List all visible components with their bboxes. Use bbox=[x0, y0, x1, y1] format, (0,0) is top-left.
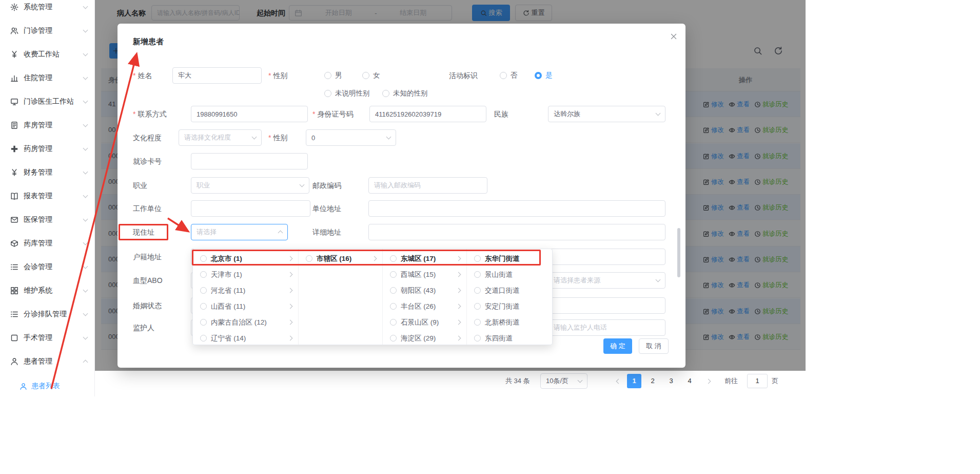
dialog-scrollbar[interactable] bbox=[677, 228, 680, 277]
radio-icon bbox=[200, 335, 207, 342]
yen-icon bbox=[10, 168, 18, 177]
cascader-option[interactable]: 市辖区 (16) bbox=[299, 251, 382, 267]
chevron-right-icon bbox=[288, 304, 293, 309]
sidebar-item-10[interactable]: 药库管理 bbox=[0, 232, 94, 255]
sidebar-item-13[interactable]: 分诊排队管理 bbox=[0, 302, 94, 326]
page-button-2[interactable]: 2 bbox=[645, 374, 660, 388]
id-number-input[interactable]: 411625192602039719 bbox=[369, 106, 486, 122]
ethnicity-select[interactable]: 达斡尔族 bbox=[548, 106, 665, 122]
cascader-option[interactable]: 内蒙古自治区 (12) bbox=[193, 314, 298, 330]
page-button-4[interactable]: 4 bbox=[682, 374, 697, 388]
sidebar-item-0[interactable]: 系统管理 bbox=[0, 0, 94, 19]
cascader-option[interactable]: 丰台区 (26) bbox=[383, 298, 466, 314]
postal-code-label: 邮政编码 bbox=[312, 177, 341, 194]
unit-address-input[interactable] bbox=[368, 200, 665, 217]
page-button-3[interactable]: 3 bbox=[664, 374, 678, 388]
chevron-right-icon bbox=[288, 288, 293, 293]
name-label: *姓名 bbox=[133, 67, 152, 84]
sidebar-item-4[interactable]: 门诊医生工作站 bbox=[0, 90, 94, 113]
chevron-down-icon bbox=[83, 264, 88, 269]
gender-male-radio[interactable]: 男 bbox=[324, 67, 342, 84]
cascader-option[interactable]: 山西省 (11) bbox=[193, 298, 298, 314]
cascader-option[interactable]: 安定门街道 bbox=[467, 298, 552, 314]
gender-label: *性别 bbox=[268, 67, 287, 84]
cascader-option[interactable]: 石景山区 (9) bbox=[383, 314, 466, 330]
cascader-column-2: 市辖区 (16) bbox=[299, 249, 383, 345]
work-unit-input[interactable] bbox=[191, 200, 310, 217]
screen: 系统管理门诊管理收费工作站住院管理门诊医生工作站库房管理药房管理财务管理报表管理… bbox=[0, 0, 980, 474]
prev-page-button[interactable] bbox=[612, 374, 624, 388]
total-count: 共 34 条 bbox=[505, 373, 530, 389]
card-no-input[interactable] bbox=[191, 153, 308, 169]
grid-icon bbox=[10, 287, 18, 295]
next-page-button[interactable] bbox=[702, 374, 714, 388]
pagination: 共 34 条 10条/页 前往 1 页 1234 bbox=[95, 373, 806, 389]
postal-code-input[interactable]: 请输入邮政编码 bbox=[368, 177, 487, 194]
sidebar-item-11[interactable]: 会诊管理 bbox=[0, 255, 94, 279]
current-address-select[interactable]: 请选择 bbox=[191, 224, 288, 240]
chevron-left-icon bbox=[616, 378, 621, 384]
page-size-select[interactable]: 10条/页 bbox=[540, 373, 587, 389]
sidebar-item-7[interactable]: 财务管理 bbox=[0, 161, 94, 184]
gender-unspecified-radio[interactable]: 未说明性别 bbox=[324, 85, 370, 102]
cascader-option[interactable]: 河北省 (11) bbox=[193, 282, 298, 298]
patient-source-select[interactable]: 请选择患者来源 bbox=[548, 272, 665, 289]
active-no-radio[interactable]: 否 bbox=[500, 67, 518, 84]
sidebar-item-15[interactable]: 患者管理 bbox=[0, 350, 94, 373]
cascader-option[interactable]: 东华门街道 bbox=[467, 251, 552, 267]
cascader-option[interactable]: 东城区 (17) bbox=[383, 251, 466, 267]
cascader-option[interactable]: 西城区 (15) bbox=[383, 267, 466, 282]
gender-select-select[interactable]: 0 bbox=[306, 129, 396, 146]
radio-icon bbox=[306, 255, 312, 262]
education-select[interactable]: 请选择文化程度 bbox=[179, 129, 262, 146]
sidebar-item-9[interactable]: 医保管理 bbox=[0, 208, 94, 232]
cascader-option[interactable]: 辽宁省 (14) bbox=[193, 330, 298, 345]
cascader-option[interactable]: 交道口街道 bbox=[467, 282, 552, 298]
radio-icon bbox=[200, 319, 207, 326]
active-yes-radio[interactable]: 是 bbox=[535, 67, 553, 84]
cascader-option[interactable]: 北新桥街道 bbox=[467, 314, 552, 330]
chevron-down-icon bbox=[83, 51, 88, 56]
cascader-option[interactable]: 景山街道 bbox=[467, 267, 552, 282]
current-address-label: 现住址 bbox=[133, 224, 154, 240]
radio-icon bbox=[474, 303, 481, 310]
gender-female-radio[interactable]: 女 bbox=[362, 67, 380, 84]
guardian-phone-input[interactable]: 请输入监护人电话 bbox=[548, 319, 665, 336]
page-button-1[interactable]: 1 bbox=[627, 374, 641, 388]
app-window: 系统管理门诊管理收费工作站住院管理门诊医生工作站库房管理药房管理财务管理报表管理… bbox=[0, 0, 806, 396]
sidebar-item-3[interactable]: 住院管理 bbox=[0, 66, 94, 90]
contact-input[interactable]: 19880991650 bbox=[191, 106, 308, 122]
sidebar-item-14[interactable]: 手术管理 bbox=[0, 326, 94, 350]
chevron-down-icon bbox=[656, 111, 661, 116]
gender-unknown-radio[interactable]: 未知的性别 bbox=[382, 85, 428, 102]
sidebar-item-6[interactable]: 药房管理 bbox=[0, 137, 94, 161]
contact-label: *联系方式 bbox=[133, 106, 166, 122]
confirm-button[interactable]: 确 定 bbox=[603, 338, 632, 354]
cascader-option[interactable]: 天津市 (1) bbox=[193, 267, 298, 282]
chevron-down-icon bbox=[83, 169, 88, 175]
occupation-select[interactable]: 职业 bbox=[191, 177, 309, 194]
sidebar-item-patient-list[interactable]: 患者列表 bbox=[0, 376, 95, 396]
sidebar-item-8[interactable]: 报表管理 bbox=[0, 184, 94, 208]
required-star: * bbox=[268, 67, 271, 84]
cascader-option[interactable]: 北京市 (1) bbox=[193, 251, 298, 267]
cascader-option[interactable]: 东四街道 bbox=[467, 330, 552, 345]
cascader-option[interactable]: 朝阳区 (43) bbox=[383, 282, 466, 298]
sidebar-item-5[interactable]: 库房管理 bbox=[0, 113, 94, 137]
chevron-down-icon bbox=[83, 240, 88, 245]
occupation-label: 职业 bbox=[133, 177, 147, 194]
sidebar-item-1[interactable]: 门诊管理 bbox=[0, 19, 94, 43]
detail-address-input[interactable] bbox=[368, 224, 665, 240]
radio-icon bbox=[200, 255, 207, 262]
cancel-button[interactable]: 取 消 bbox=[639, 338, 669, 354]
cascader-option[interactable]: 海淀区 (29) bbox=[383, 330, 466, 345]
goto-page-input[interactable]: 1 bbox=[747, 374, 768, 388]
sidebar-item-12[interactable]: 维护系统 bbox=[0, 279, 94, 302]
close-icon[interactable] bbox=[670, 32, 678, 41]
unit-address-label: 单位地址 bbox=[312, 200, 341, 217]
sidebar-item-2[interactable]: 收费工作站 bbox=[0, 43, 94, 66]
required-star: * bbox=[133, 67, 135, 84]
required-star: * bbox=[133, 106, 135, 122]
radio-icon bbox=[474, 319, 481, 326]
name-input[interactable]: 牢大 bbox=[172, 67, 262, 84]
